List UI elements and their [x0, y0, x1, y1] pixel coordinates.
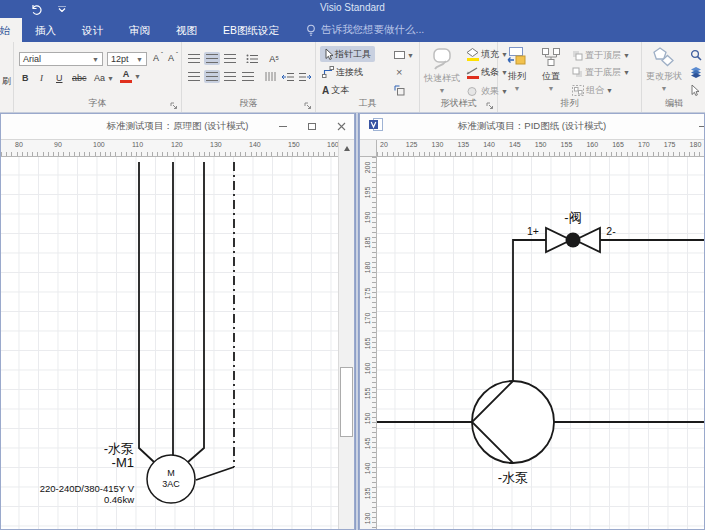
group-shapes-icon — [572, 85, 584, 96]
ruler-label: 110 — [132, 141, 143, 148]
horizontal-ruler: 20125130135140145150155160165170175180 — [377, 140, 705, 157]
align-center-button[interactable] — [204, 70, 220, 83]
arrange-button[interactable]: 排列▼ — [501, 46, 533, 92]
underline-button[interactable]: U — [54, 71, 65, 85]
wiring-lines[interactable] — [139, 162, 234, 480]
vertical-text-button[interactable] — [262, 70, 278, 83]
italic-button[interactable]: I — [38, 71, 45, 85]
effects-icon — [466, 86, 479, 97]
send-to-back-button[interactable]: 置于底层▼ — [570, 65, 632, 79]
position-icon — [540, 46, 562, 68]
close-button[interactable] — [336, 122, 346, 132]
ruler-label: 150 — [535, 141, 547, 148]
change-case-button[interactable]: Aa▼ — [92, 71, 116, 85]
group-label-editing: 编辑 — [642, 97, 705, 110]
valve-label[interactable]: -阀 — [564, 210, 581, 225]
pump-symbol[interactable] — [472, 381, 554, 463]
bring-to-front-button[interactable]: 置于顶层▼ — [570, 48, 632, 62]
ruler-label: 120 — [171, 141, 183, 148]
ribbon-tabbar: 开始 插入设计审阅视图EB图纸设定 告诉我您想要做什么... — [0, 18, 705, 42]
bold-button[interactable]: B — [20, 71, 31, 85]
maximize-button[interactable] — [307, 122, 317, 132]
tab-home-active[interactable]: 开始 — [0, 18, 22, 42]
motor-ref-label[interactable]: -M1 — [112, 455, 134, 470]
schematic-canvas[interactable]: M 3AC -水泵 -M1 220-240D/380-415Y V 0.46kw — [1, 157, 340, 529]
shrink-font-button[interactable]: Aˇ — [166, 51, 180, 65]
strikethrough-button[interactable]: abc — [70, 71, 89, 85]
font-family-combobox[interactable]: Arial▼ — [19, 52, 103, 66]
tellme-box[interactable]: 告诉我您想要做什么... — [306, 18, 424, 42]
delete-tool-button[interactable]: × — [394, 65, 404, 79]
group-shape-styles: 快速样式 ▼ 填充▼ 线条▼ 效果▼ 形状样式 — [420, 42, 498, 112]
align-middle-button[interactable] — [204, 52, 220, 65]
quick-styles-button[interactable]: 快速样式 ▼ — [422, 46, 462, 94]
layers-button[interactable] — [688, 65, 704, 79]
align-left-button[interactable] — [186, 70, 202, 83]
select-button[interactable] — [688, 83, 701, 97]
ruler-label: 145 — [509, 141, 521, 148]
tab-审阅[interactable]: 审阅 — [116, 18, 163, 42]
pointer-icon — [324, 48, 333, 60]
ruler-label: 190 — [364, 210, 371, 226]
increase-indent-icon — [298, 72, 312, 82]
dialog-launcher-icon[interactable] — [304, 102, 312, 110]
font-size-combobox[interactable]: 12pt▼ — [107, 52, 147, 66]
window-pid: 标准测试项目：PID图纸 (设计模式) 20125130135140145150… — [359, 113, 705, 530]
motor-rating-line1[interactable]: 220-240D/380-415Y V — [40, 483, 135, 494]
char-spacing-button[interactable]: A⁵ — [266, 52, 282, 65]
vertical-scrollbar[interactable] — [338, 140, 354, 529]
scrollbar-thumb[interactable] — [340, 367, 353, 437]
decrease-indent-button[interactable] — [280, 70, 296, 83]
app-title: Visio Standard — [0, 2, 705, 13]
ruler-label: 130 — [210, 141, 222, 148]
text-tool-button[interactable]: A 文本 — [320, 83, 351, 97]
rectangle-tool-button[interactable]: ▼ — [392, 48, 416, 62]
justify-button[interactable] — [240, 70, 256, 83]
increase-indent-button[interactable] — [297, 70, 313, 83]
grow-font-button[interactable]: Aˆ — [151, 51, 165, 65]
tab-视图[interactable]: 视图 — [163, 18, 210, 42]
scroll-up-icon — [344, 146, 350, 151]
tab-插入[interactable]: 插入 — [22, 18, 69, 42]
format-painter-partial-label[interactable]: 刷 — [2, 75, 11, 88]
valve-port2-label[interactable]: 2- — [606, 225, 616, 237]
decrease-indent-icon — [281, 72, 295, 82]
find-button[interactable] — [688, 48, 704, 62]
window-pid-titlebar[interactable]: 标准测试项目：PID图纸 (设计模式) — [360, 114, 704, 140]
group-button[interactable]: 组合▼ — [570, 83, 615, 97]
ruler-label: 145 — [364, 436, 371, 452]
position-button[interactable]: 位置▼ — [535, 46, 567, 92]
change-shape-button[interactable]: 更改形状▼ — [643, 46, 685, 92]
ruler-label: 170 — [638, 141, 650, 148]
font-color-button[interactable]: A ▼ — [118, 69, 143, 83]
motor-symbol[interactable]: M 3AC — [147, 455, 195, 503]
drawing-tool-button[interactable] — [392, 83, 407, 97]
tab-strip: 插入设计审阅视图EB图纸设定 — [22, 18, 292, 42]
align-right-button[interactable] — [222, 70, 238, 83]
scroll-up-button[interactable] — [339, 140, 354, 156]
align-bottom-button[interactable] — [222, 52, 238, 65]
minimize-button[interactable] — [278, 122, 288, 132]
tab-EB图纸设定[interactable]: EB图纸设定 — [210, 18, 292, 42]
motor-rating-line2[interactable]: 0.46kw — [104, 494, 134, 505]
align-top-button[interactable] — [186, 52, 202, 65]
connector-tool-button[interactable]: 连接线 — [320, 65, 365, 79]
pointer-tool-button[interactable]: 指针工具 — [320, 46, 375, 62]
ruler-label: 165 — [364, 335, 371, 351]
pump-label[interactable]: -水泵 — [498, 470, 528, 485]
ruler-label: 180 — [364, 260, 371, 276]
bullet-list-icon — [246, 54, 259, 63]
text-tool-icon: A — [322, 85, 329, 96]
dialog-launcher-icon[interactable] — [486, 102, 494, 110]
window-schematic-titlebar[interactable]: 标准测试项目：原理图 (设计模式) — [1, 114, 354, 140]
tab-设计[interactable]: 设计 — [69, 18, 116, 42]
svg-text:3AC: 3AC — [162, 479, 180, 489]
bullets-button[interactable] — [244, 52, 260, 65]
pump-ref-label[interactable]: -水泵 — [104, 441, 134, 456]
valve-port1-label[interactable]: 1+ — [527, 225, 539, 237]
minimize-button[interactable] — [698, 122, 705, 132]
pid-canvas[interactable]: -阀 1+ 2- -水泵 — [377, 157, 705, 529]
dialog-launcher-icon[interactable] — [170, 102, 178, 110]
rectangle-icon — [394, 51, 405, 59]
valve-symbol[interactable] — [546, 228, 600, 252]
